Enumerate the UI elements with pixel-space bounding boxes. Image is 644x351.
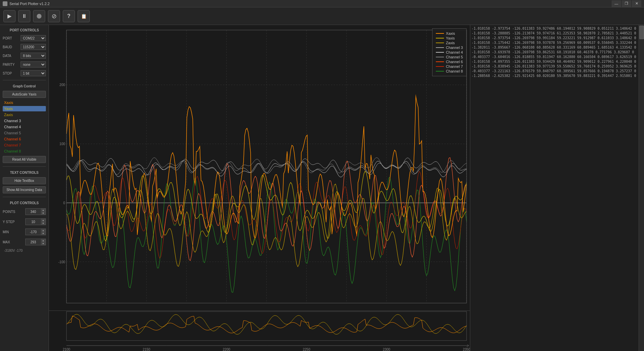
- data-text-line: -1.288568 -2.625382 -125.921425 60.02018…: [472, 74, 637, 78]
- notes-button[interactable]: 📋: [78, 10, 90, 22]
- legend-xaxis: Xaxis: [436, 31, 463, 35]
- legend-ch6-label: Channel 6: [446, 60, 463, 64]
- record-icon: ⊘: [52, 12, 57, 20]
- legend-ch8-line: [436, 71, 444, 72]
- mini-chart[interactable]: [49, 311, 470, 345]
- legend-xaxis-line: [436, 33, 444, 34]
- min-down-button[interactable]: ▼: [41, 232, 46, 235]
- legend-xaxis-label: Xaxis: [446, 31, 455, 35]
- close-button[interactable]: ✕: [632, 0, 641, 7]
- left-panel: PORT CONTROLS PORT COM22 BAUD 115200 DAT…: [0, 25, 49, 351]
- points-row: POINTS ▲ ▼: [3, 208, 46, 215]
- record-button[interactable]: ⊘: [48, 10, 60, 22]
- max-input[interactable]: [26, 239, 41, 245]
- channel-zaxis[interactable]: Zaxis: [3, 112, 46, 117]
- show-all-incoming-button[interactable]: Show All Incoming Data: [3, 186, 46, 193]
- mini-chart-canvas: [49, 311, 470, 345]
- ystep-down-button[interactable]: ▼: [41, 222, 46, 225]
- help-button[interactable]: ?: [63, 10, 75, 22]
- right-scrollbar[interactable]: [639, 25, 644, 351]
- reset-all-visible-button[interactable]: Reset All Visible: [3, 156, 46, 163]
- notes-icon: 📋: [81, 14, 87, 19]
- play-icon: ▶: [7, 13, 11, 19]
- legend-yaxis-label: Yaxis: [446, 36, 455, 40]
- legend-yaxis-line: [436, 38, 444, 38]
- chart-area: Xaxis Yaxis Zaxis Channel 3 Channel 4: [49, 25, 470, 351]
- min-up-button[interactable]: ▲: [41, 229, 46, 232]
- legend-ch5-label: Channel 5: [446, 55, 463, 59]
- max-spinbox: ▲ ▼: [25, 239, 46, 245]
- legend-ch7-label: Channel 7: [446, 64, 463, 69]
- legend-ch7-line: [436, 66, 444, 67]
- channel-5[interactable]: Channel 5: [3, 130, 46, 136]
- ystep-spinbox-buttons: ▲ ▼: [41, 219, 46, 225]
- pause-button[interactable]: ⏸: [18, 10, 30, 22]
- max-up-button[interactable]: ▲: [41, 239, 46, 242]
- data-text-line: -0.403377 -3.221163 -126.876579 59.84879…: [472, 69, 637, 74]
- legend-ch5-line: [436, 57, 444, 57]
- channel-4[interactable]: Channel 4: [3, 124, 46, 130]
- points-input[interactable]: [26, 209, 41, 215]
- points-down-button[interactable]: ▼: [41, 212, 46, 215]
- channel-6[interactable]: Channel 6: [3, 136, 46, 142]
- max-down-button[interactable]: ▼: [41, 242, 46, 245]
- channel-7[interactable]: Channel 7: [3, 142, 46, 148]
- baud-select[interactable]: 115200: [21, 44, 46, 50]
- channel-3[interactable]: Channel 3: [3, 118, 46, 124]
- x-axis-bar: [49, 345, 470, 351]
- data-text-line: -1.010158 -3.693978 -126.269798 59.86253…: [472, 50, 637, 55]
- main-chart[interactable]: Xaxis Yaxis Zaxis Channel 3 Channel 4: [49, 25, 470, 311]
- channel-8[interactable]: Channel 8: [3, 148, 46, 154]
- legend-ch6: Channel 6: [436, 60, 463, 64]
- baud-label: BAUD: [3, 45, 18, 49]
- restore-button[interactable]: ❐: [622, 0, 631, 7]
- channel-list: Xaxis Yaxis Zaxis Channel 3 Channel 4 Ch…: [3, 100, 46, 154]
- data-row: DATA 8 bits: [3, 53, 46, 59]
- stop-select[interactable]: 1 bit: [21, 70, 46, 76]
- min-label: MIN: [3, 230, 16, 234]
- ystep-label: Y STEP: [3, 220, 16, 224]
- hide-textbox-button[interactable]: Hide TextBox: [3, 177, 46, 184]
- legend-ch4: Channel 4: [436, 50, 463, 54]
- stop-button[interactable]: [33, 10, 45, 22]
- channel-xaxis[interactable]: Xaxis: [3, 100, 46, 105]
- max-row: MAX ▲ ▼: [3, 239, 46, 245]
- ystep-spinbox: ▲ ▼: [25, 218, 46, 225]
- min-row: MIN ▲ ▼: [3, 228, 46, 235]
- status-text: -3180V -170: [3, 248, 46, 253]
- parity-row: PARITY none: [3, 61, 46, 68]
- channel-yaxis[interactable]: Yaxis: [3, 106, 46, 111]
- legend-ch7: Channel 7: [436, 64, 463, 69]
- ystep-input[interactable]: [26, 219, 41, 225]
- max-spinbox-buttons: ▲ ▼: [41, 239, 46, 245]
- minimize-button[interactable]: —: [612, 0, 621, 7]
- stop-icon: [37, 14, 41, 19]
- parity-select[interactable]: none: [21, 61, 46, 68]
- divider-2: [3, 166, 46, 167]
- data-text-line: -1.010158 -2.973754 -126.011383 59.92748…: [472, 26, 637, 31]
- legend-ch8-label: Channel 8: [446, 69, 463, 73]
- legend-zaxis: Zaxis: [436, 41, 463, 45]
- data-text-line: -1.010158 -3.288885 -126.213074 59.97471…: [472, 31, 637, 36]
- min-input[interactable]: [26, 229, 41, 235]
- ystep-up-button[interactable]: ▲: [41, 219, 46, 222]
- port-select[interactable]: COM22: [21, 35, 46, 41]
- title-bar-controls: — ❐ ✕: [612, 0, 641, 7]
- play-button[interactable]: ▶: [3, 10, 16, 22]
- legend-ch3-line: [436, 47, 444, 48]
- data-select[interactable]: 8 bits: [21, 53, 46, 59]
- divider-1: [3, 80, 46, 80]
- data-label: DATA: [3, 54, 18, 58]
- data-text-line: -1.010158 -2.973754 -126.269798 59.99118…: [472, 36, 637, 40]
- autoscale-button[interactable]: AutoScale Yaxis: [3, 91, 46, 98]
- data-text-line: -1.382011 -3.895667 -126.068108 60.88562…: [472, 45, 637, 50]
- data-text-line: -1.010158 -3.175442 -126.269798 59.93787…: [472, 40, 637, 45]
- points-up-button[interactable]: ▲: [41, 209, 46, 212]
- x-axis-canvas: [49, 345, 470, 351]
- points-label: POINTS: [3, 210, 16, 214]
- plot-controls-title: PLOT CONTROLS: [3, 201, 46, 205]
- legend-zaxis-label: Zaxis: [446, 41, 455, 45]
- main-chart-canvas: [49, 25, 470, 310]
- data-text-area[interactable]: -1.010158 -2.973754 -126.011383 59.92748…: [470, 25, 639, 351]
- scroll-thumb[interactable]: [639, 26, 644, 39]
